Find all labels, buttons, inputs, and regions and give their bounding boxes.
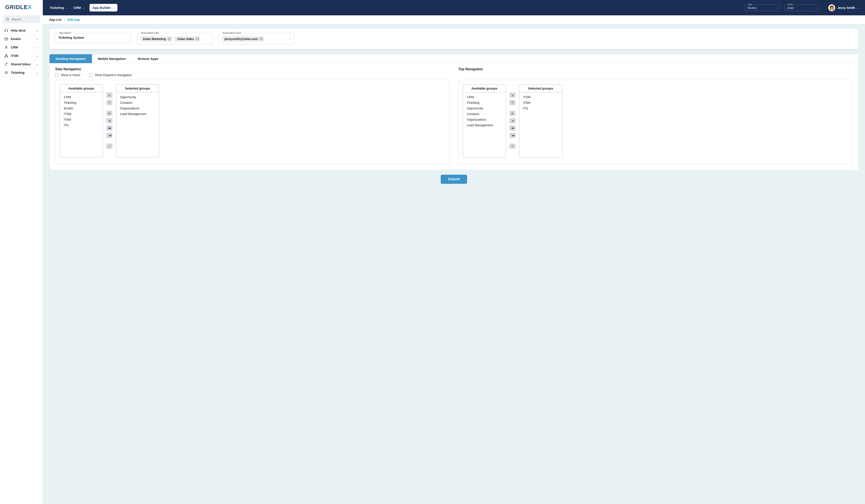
topmenu-crm[interactable]: CRM ⌄: [73, 4, 85, 11]
move-down-button[interactable]: ▼: [106, 100, 113, 105]
sidebar-item-label: CRM: [11, 46, 18, 49]
section-title: Side Navigation: [55, 67, 450, 71]
tab-desktop-navigation[interactable]: Desktop Navigation: [49, 54, 92, 63]
move-left-button[interactable]: ◀: [106, 118, 113, 123]
associated-units-field[interactable]: Associated Units Zolan Marketing ✕ Zolan…: [137, 33, 212, 44]
associated-users-label: Associated Users: [222, 32, 242, 34]
app-select[interactable]: App Models ⌄: [745, 4, 780, 11]
search-box[interactable]: [3, 15, 40, 23]
tab-mobile-navigation[interactable]: Mobile Navigation: [92, 54, 132, 63]
topmenu-app-builder[interactable]: App Builder ⌄: [90, 4, 117, 11]
logo: GRIDLEX: [0, 0, 43, 13]
list-item[interactable]: Lead Management: [120, 112, 155, 116]
move-up-button[interactable]: ▲: [509, 93, 516, 98]
topmenu-label: App Builder: [93, 6, 111, 10]
move-all-left-button[interactable]: ◀◀: [509, 133, 516, 138]
list-item[interactable]: Ticketing: [64, 101, 99, 104]
move-right-button[interactable]: ▶: [509, 111, 516, 116]
remove-chip-icon[interactable]: ✕: [168, 37, 171, 40]
entity-select[interactable]: Entity Zolan ⌄: [785, 4, 819, 11]
sidebar-item-ticketing[interactable]: Ticketing ⌄: [0, 69, 43, 77]
chevron-down-icon[interactable]: ⌄: [289, 37, 291, 40]
list-item[interactable]: ITIL: [523, 107, 558, 110]
move-right-button[interactable]: ▶: [106, 111, 113, 116]
list-item[interactable]: Organizations: [120, 107, 155, 110]
list-item[interactable]: Opportunity: [120, 95, 155, 99]
show-in-hover-checkbox[interactable]: Show in Hover: [55, 73, 80, 77]
entity-select-label: Entity: [787, 3, 794, 5]
submit-button[interactable]: Submit: [441, 175, 467, 184]
remove-chip-icon[interactable]: ✕: [260, 37, 263, 40]
navigation-builder-card: Desktop Navigation Mobile Navigation Bro…: [49, 54, 858, 170]
list-item[interactable]: Emails: [64, 107, 99, 110]
user-menu[interactable]: 👩 Jessy Smith ⌄: [828, 4, 859, 11]
chevron-down-icon: ⌄: [36, 29, 38, 32]
list-item[interactable]: CRM: [467, 95, 502, 99]
breadcrumb: App List › Edit App: [43, 15, 865, 24]
sidebar-item-itsm[interactable]: ITSM ⌄: [0, 52, 43, 60]
breadcrumb-root[interactable]: App List: [49, 18, 61, 21]
list-item[interactable]: ITSM: [64, 112, 99, 116]
chevron-down-icon: ⌄: [36, 38, 38, 40]
move-left-button[interactable]: ◀: [509, 118, 516, 123]
associated-users-field[interactable]: Associated Users jessysmith@zolan.com ✕ …: [219, 33, 294, 44]
sidebar-item-label: Help desk: [11, 29, 26, 32]
move-all-right-button[interactable]: ▶▶: [509, 126, 516, 131]
list-item[interactable]: Ticketing: [467, 101, 502, 104]
user-icon: [4, 45, 8, 49]
svg-point-5: [5, 46, 7, 47]
list-item[interactable]: ITIL: [64, 124, 99, 127]
tab-browse-apps[interactable]: Browse Apps: [132, 54, 164, 63]
chevron-down-icon: ⌄: [66, 7, 68, 9]
available-groups-box: Available groups CRM Ticketing Emails IT…: [60, 84, 103, 157]
chevron-down-icon: ⌄: [36, 55, 38, 57]
svg-line-1: [8, 20, 9, 20]
move-up-button[interactable]: ▲: [106, 93, 113, 98]
user-name: Jessy Smith: [837, 6, 855, 10]
checkbox-icon: [89, 73, 93, 77]
sidebar-item-emails[interactable]: Emails ⌄: [0, 35, 43, 43]
sidebar: GRIDLEX Help desk ⌄ Emails ⌄ CRM ⌄: [0, 0, 43, 504]
chevron-down-icon: ⌄: [36, 46, 38, 49]
app-name-field[interactable]: App Name *: [55, 33, 131, 43]
ticket-icon: [4, 71, 8, 74]
list-item[interactable]: ITAM: [523, 101, 558, 104]
selected-groups-box: Selected groups ITSM ITAM ITIL: [519, 84, 562, 157]
move-all-right-button[interactable]: ▶▶: [106, 126, 113, 131]
search-icon: [6, 17, 9, 21]
list-item[interactable]: CRM: [64, 95, 99, 99]
list-item[interactable]: ITSM: [523, 95, 558, 99]
selected-groups-header: Selected groups: [519, 84, 562, 92]
clear-button[interactable]: X: [509, 143, 516, 149]
search-input[interactable]: [11, 17, 37, 21]
list-item[interactable]: ITAM: [64, 118, 99, 121]
svg-rect-8: [7, 56, 8, 57]
list-item[interactable]: Organizations: [467, 118, 502, 121]
side-nav-dual-list: Available groups CRM Ticketing Emails IT…: [55, 80, 450, 164]
sidebar-item-label: Ticketing: [11, 71, 24, 74]
move-down-button[interactable]: ▼: [509, 100, 516, 105]
app-select-value: Models: [748, 6, 757, 10]
move-all-left-button[interactable]: ◀◀: [106, 133, 113, 138]
chevron-down-icon: ⌄: [83, 7, 84, 9]
topmenu-ticketing[interactable]: Ticketing ⌄: [49, 4, 68, 11]
chevron-down-icon: ⌄: [857, 7, 859, 9]
sitemap-icon: [4, 54, 8, 58]
app-name-input[interactable]: [58, 36, 128, 39]
associated-units-label: Associated Units: [140, 32, 160, 34]
clear-button[interactable]: X: [106, 143, 113, 149]
list-item[interactable]: Lead Management: [467, 124, 502, 127]
list-item[interactable]: Contacts: [467, 112, 502, 116]
sidebar-item-crm[interactable]: CRM ⌄: [0, 43, 43, 52]
sidebar-item-shared-inbox[interactable]: Shared Inbox ⌄: [0, 60, 43, 69]
remove-chip-icon[interactable]: ✕: [196, 37, 199, 40]
show-expand-checkbox[interactable]: Show Expand in Navigation: [89, 73, 132, 77]
sidebar-item-label: ITSM: [11, 54, 19, 58]
top-nav-dual-list: Available groups CRM Ticketing Opportuni…: [458, 80, 853, 164]
section-title: Top Navigation: [458, 67, 853, 71]
list-item[interactable]: Opportunity: [467, 107, 502, 110]
sidebar-item-help-desk[interactable]: Help desk ⌄: [0, 26, 43, 35]
unit-chip: Zolan Sales ✕: [174, 36, 200, 42]
chip-label: Zolan Sales: [177, 37, 194, 40]
list-item[interactable]: Contacts: [120, 101, 155, 104]
